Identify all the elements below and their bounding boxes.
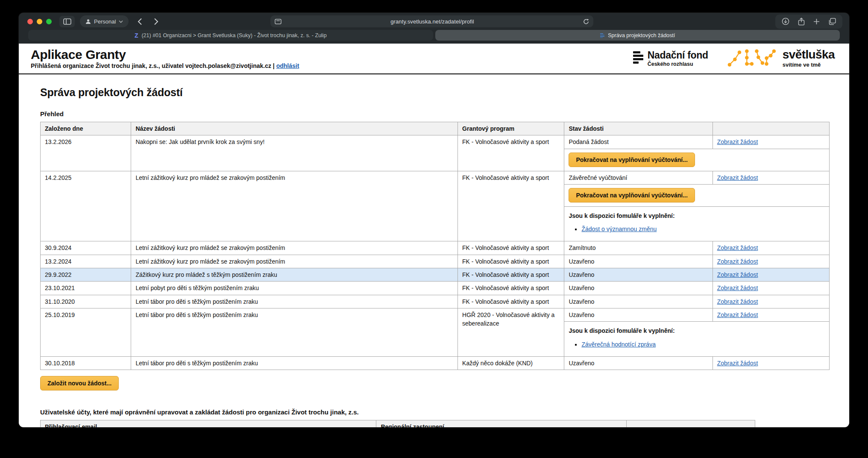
nadacni-fond-line2: Českého rozhlasu bbox=[648, 61, 708, 67]
tabs-overview-icon bbox=[828, 18, 836, 25]
back-button[interactable] bbox=[134, 15, 146, 27]
col-header-actions bbox=[713, 122, 829, 135]
cell-status: Podaná žádost bbox=[564, 135, 713, 149]
svetluska-line2: svítíme ve tmě bbox=[783, 62, 835, 68]
continue-settlement-button[interactable]: Pokračovat na vyplňování vyúčtování... bbox=[569, 153, 695, 167]
minimize-window-button[interactable] bbox=[37, 19, 42, 24]
forms-list: Závěrečná hodnotící zpráva bbox=[581, 340, 825, 349]
view-application-link[interactable]: Zobrazit žádost bbox=[717, 138, 758, 145]
svetluska-dots-icon bbox=[725, 47, 776, 69]
browser-window: Personal granty.svetluska.net/z bbox=[19, 13, 849, 427]
form-link[interactable]: Žádost o významnou změnu bbox=[581, 226, 657, 232]
share-icon bbox=[798, 18, 805, 26]
granty-favicon bbox=[600, 33, 604, 38]
tab-zulip-label: (21) #01 Organizacni > Grant Svetluska (… bbox=[141, 32, 326, 38]
new-tab-button[interactable] bbox=[813, 18, 820, 25]
users-table-header-row: Přihlašovací email Regionální zastoupení bbox=[41, 420, 755, 427]
view-application-link[interactable]: Zobrazit žádost bbox=[717, 311, 758, 318]
page-icon bbox=[275, 19, 282, 24]
login-info: Přihlášená organizace Život trochu jinak… bbox=[31, 62, 299, 69]
zoom-window-button[interactable] bbox=[46, 19, 52, 24]
cell-date: 29.9.2022 bbox=[41, 268, 131, 282]
forms-available-label: Jsou k dispozici fomuláře k vyplnění: bbox=[569, 326, 825, 335]
cell-name: Letní zážitkový kurz pro mládež se zrako… bbox=[131, 241, 458, 255]
cell-actions: Zobrazit žádost bbox=[713, 356, 829, 370]
plus-icon bbox=[813, 18, 820, 25]
app-title: Aplikace Granty bbox=[31, 47, 299, 62]
application-row: 31.10.2020Letní tábor pro děti s těžkým … bbox=[41, 295, 830, 308]
cell-status: Uzavřeno bbox=[564, 308, 713, 321]
cell-actions: Zobrazit žádost bbox=[713, 171, 829, 184]
cell-name: Letní pobyt pro děti s těžkým postižením… bbox=[131, 282, 458, 295]
view-application-link[interactable]: Zobrazit žádost bbox=[717, 258, 758, 265]
cell-actions: Zobrazit žádost bbox=[713, 268, 829, 282]
cell-program: FK - Volnočasové aktivity a sport bbox=[458, 255, 564, 268]
application-row: 30.9.2024Letní zážitkový kurz pro mládež… bbox=[41, 241, 830, 255]
overview-heading: Přehled bbox=[40, 110, 830, 117]
svetluska-logo: světluška svítíme ve tmě bbox=[725, 47, 835, 69]
profile-menu-button[interactable]: Personal bbox=[80, 15, 129, 27]
logout-link[interactable]: odhlásit bbox=[276, 62, 299, 69]
cell-status: Uzavřeno bbox=[564, 356, 713, 370]
cell-program: FK - Volnočasové aktivity a sport bbox=[458, 282, 564, 295]
svetluska-text: světluška svítíme ve tmě bbox=[783, 49, 835, 68]
tab-strip: Z (21) #01 Organizacni > Grant Svetluska… bbox=[19, 30, 849, 44]
new-request-wrap: Založit novou žádost... bbox=[40, 376, 830, 390]
page-title: Správa projektových žádostí bbox=[40, 86, 830, 99]
tab-granty-active[interactable]: Správa projektových žádostí bbox=[435, 30, 840, 41]
application-row: 29.9.2022Zážitkový kurz pro mládež s těž… bbox=[41, 268, 830, 282]
cell-name: Letní tábor pro děti s těžkým postižením… bbox=[131, 308, 458, 356]
cell-actions: Zobrazit žádost bbox=[713, 135, 829, 149]
view-application-link[interactable]: Zobrazit žádost bbox=[717, 271, 758, 278]
browser-titlebar: Personal granty.svetluska.net/z bbox=[19, 13, 849, 30]
view-application-link[interactable]: Zobrazit žádost bbox=[717, 285, 758, 291]
application-row: 13.2.2026Nakopni se: Jak udělat prvník k… bbox=[41, 135, 830, 149]
tab-zulip[interactable]: Z (21) #01 Organizacni > Grant Svetluska… bbox=[28, 30, 433, 41]
close-window-button[interactable] bbox=[27, 19, 33, 24]
nadacni-fond-text: Nadační fond Českého rozhlasu bbox=[648, 50, 708, 67]
cell-program: HGŘ 2020 - Volnočasové aktivity a sebere… bbox=[458, 308, 564, 356]
cell-status: Uzavřeno bbox=[564, 255, 713, 268]
continue-settlement-button[interactable]: Pokračovat na vyplňování vyúčtování... bbox=[569, 188, 695, 203]
col-header-user-actions bbox=[627, 420, 755, 427]
cell-program: FK - Volnočasové aktivity a sport bbox=[458, 241, 564, 255]
toolbar-right-buttons bbox=[775, 15, 842, 29]
chevron-left-icon bbox=[138, 18, 142, 25]
view-application-link[interactable]: Zobrazit žádost bbox=[717, 174, 758, 181]
application-row: 23.10.2021Letní pobyt pro děti s těžkým … bbox=[41, 282, 830, 295]
view-application-link[interactable]: Zobrazit žádost bbox=[717, 360, 758, 367]
person-icon bbox=[85, 19, 91, 24]
users-heading: Uživatelské účty, které mají oprávnění u… bbox=[40, 408, 830, 416]
cell-date: 13.2.2024 bbox=[41, 255, 131, 268]
cell-status: Uzavřeno bbox=[564, 268, 713, 282]
nadacni-fond-logo: Nadační fond Českého rozhlasu bbox=[633, 50, 708, 67]
cell-actions: Zobrazit žádost bbox=[713, 241, 829, 255]
traffic-lights bbox=[27, 19, 52, 24]
cell-program: FK - Volnočasové aktivity a sport bbox=[458, 268, 564, 282]
cell-status: Zamítnuto bbox=[564, 241, 713, 255]
site-header-logos: Nadační fond Českého rozhlasu bbox=[633, 47, 838, 69]
col-header-date: Založeno dne bbox=[41, 122, 131, 135]
form-link[interactable]: Závěrečná hodnotící zpráva bbox=[581, 341, 656, 348]
sidebar-toggle-button[interactable] bbox=[59, 16, 75, 27]
cell-actions: Zobrazit žádost bbox=[713, 295, 829, 308]
forward-button[interactable] bbox=[150, 15, 162, 27]
col-header-program: Grantový program bbox=[458, 122, 564, 135]
cell-actions: Zobrazit žádost bbox=[713, 255, 829, 268]
cell-name: Letní zážitkový kurz pro mládež se zrako… bbox=[131, 255, 458, 268]
col-header-status: Stav žádosti bbox=[564, 122, 713, 135]
svetluska-line1: světluška bbox=[783, 49, 835, 61]
address-bar[interactable]: granty.svetluska.net/zadatel/profil bbox=[270, 15, 593, 27]
view-application-link[interactable]: Zobrazit žádost bbox=[717, 244, 758, 251]
login-info-text: Přihlášená organizace Život trochu jinak… bbox=[31, 62, 275, 69]
site-header-left: Aplikace Granty Přihlášená organizace Ži… bbox=[31, 47, 299, 69]
share-button[interactable] bbox=[798, 18, 805, 26]
cell-date: 14.2.2025 bbox=[41, 171, 131, 241]
applications-table: Založeno dne Název žádosti Grantový prog… bbox=[40, 122, 830, 370]
users-table: Přihlašovací email Regionální zastoupení… bbox=[40, 420, 755, 427]
tab-overview-button[interactable] bbox=[828, 18, 836, 25]
cell-continue: Pokračovat na vyplňování vyúčtování... bbox=[564, 184, 830, 206]
new-application-button[interactable]: Založit novou žádost... bbox=[40, 376, 119, 390]
downloads-button[interactable] bbox=[782, 18, 789, 25]
view-application-link[interactable]: Zobrazit žádost bbox=[717, 298, 758, 305]
